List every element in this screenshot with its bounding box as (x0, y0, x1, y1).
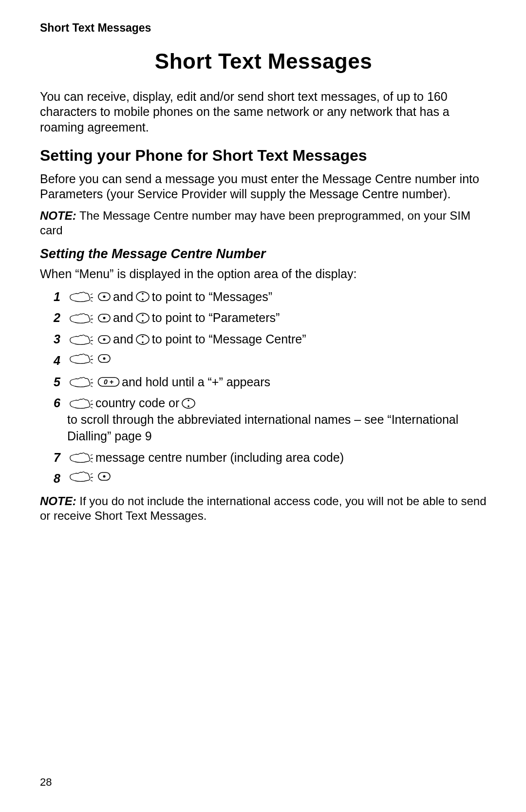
svg-point-11 (103, 338, 106, 340)
step-8: 8 (54, 471, 487, 487)
svg-point-9 (142, 320, 144, 322)
step-3: 3 and to point to “Message Centre” (54, 331, 487, 348)
section-heading: Setting your Phone for Short Text Messag… (40, 147, 487, 165)
note-1: NOTE: The Message Centre number may have… (40, 208, 487, 238)
select-icon (97, 471, 111, 482)
step-number: 3 (54, 331, 67, 348)
hand-icon (69, 452, 94, 463)
step-text: to point to “Message Centre” (152, 331, 306, 348)
step-text: to point to “Parameters” (152, 310, 280, 326)
note-2: NOTE: If you do not include the internat… (40, 494, 487, 523)
svg-text:0 +: 0 + (104, 378, 113, 386)
svg-point-4 (142, 299, 144, 301)
step-1: 1 and to point to “Messages” (54, 289, 487, 305)
note-text: If you do not include the international … (40, 494, 487, 522)
hand-icon (69, 397, 94, 409)
page-number: 28 (40, 776, 52, 789)
note-label: NOTE: (40, 494, 76, 508)
select-icon (97, 334, 111, 345)
main-title: Short Text Messages (40, 49, 487, 74)
step-6: 6 country code or to scroll through the … (54, 395, 487, 444)
step-number: 6 (54, 395, 67, 412)
step-text: and (113, 289, 133, 305)
scroll-icon (135, 334, 150, 345)
step-text: to point to “Messages” (152, 289, 272, 305)
step-text: country code or (95, 395, 179, 412)
step-number: 7 (54, 450, 67, 466)
section-intro: Before you can send a message you must e… (40, 171, 487, 202)
svg-point-14 (142, 341, 144, 343)
svg-point-23 (103, 475, 106, 478)
note-text: The Message Centre number may have been … (40, 209, 470, 237)
svg-point-13 (142, 336, 144, 338)
hand-icon (69, 334, 94, 345)
svg-point-3 (142, 293, 144, 295)
svg-point-8 (142, 314, 144, 316)
page-header: Short Text Messages (40, 21, 487, 35)
sub-heading: Setting the Message Centre Number (40, 246, 487, 262)
step-number: 2 (54, 310, 67, 326)
svg-point-6 (103, 317, 106, 320)
scroll-icon (135, 312, 150, 324)
when-text: When “Menu” is displayed in the option a… (40, 266, 487, 282)
hand-icon (69, 376, 94, 388)
step-number: 8 (54, 471, 67, 487)
hand-icon (69, 312, 94, 324)
svg-point-1 (103, 296, 106, 298)
svg-point-16 (103, 357, 106, 359)
step-text: and (113, 331, 133, 348)
step-text: and (113, 310, 133, 326)
hand-icon (69, 291, 94, 302)
scroll-icon (181, 397, 196, 409)
steps-list: 1 and to point to “Messages” 2 and to po… (54, 289, 487, 488)
note-label: NOTE: (40, 209, 76, 222)
scroll-icon (135, 291, 150, 302)
step-2: 2 and to point to “Parameters” (54, 310, 487, 326)
svg-point-20 (188, 399, 190, 401)
step-text: to scroll through the abbreviated intern… (67, 412, 487, 445)
step-5: 5 0 + and hold until a “+” appears (54, 374, 487, 391)
select-icon (97, 313, 111, 323)
intro-text: You can receive, display, edit and/or se… (40, 89, 487, 135)
step-7: 7 message centre number (including area … (54, 450, 487, 466)
step-text: and hold until a “+” appears (122, 374, 270, 391)
svg-point-21 (188, 405, 190, 407)
hand-icon (69, 353, 94, 364)
hand-icon (69, 471, 94, 482)
select-icon (97, 291, 111, 302)
step-text: message centre number (including area co… (95, 450, 344, 466)
step-number: 5 (54, 374, 67, 391)
step-number: 1 (54, 289, 67, 305)
key-zero-plus-icon: 0 + (97, 377, 120, 387)
step-4: 4 (54, 353, 487, 369)
select-icon (97, 353, 111, 364)
step-number: 4 (54, 353, 67, 369)
